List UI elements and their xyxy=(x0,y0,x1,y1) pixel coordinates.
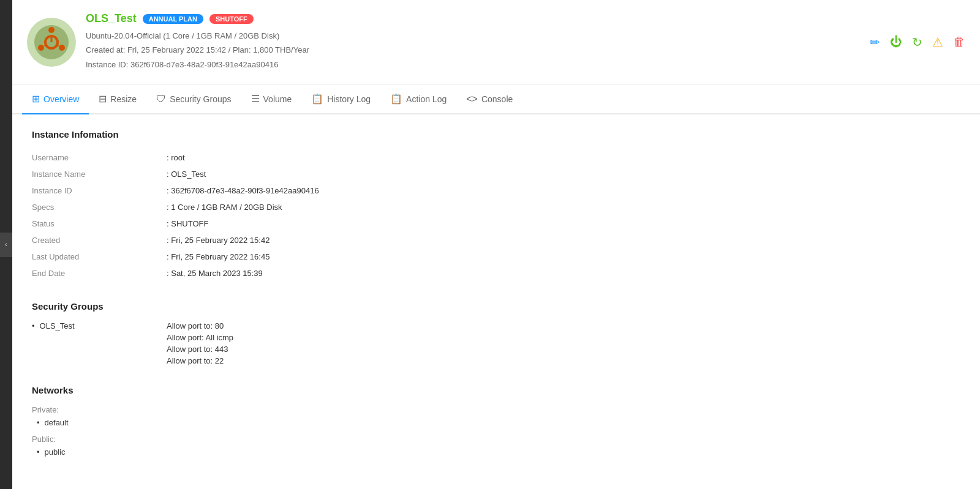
label-username: Username xyxy=(32,153,167,162)
edit-icon[interactable]: ✏ xyxy=(870,35,880,50)
layout: ‹ OLS_Test ANN xyxy=(0,0,980,489)
rule-1: Allow port to: 80 xyxy=(167,321,233,330)
group-name-label: OLS_Test xyxy=(40,321,75,330)
value-last-updated: : Fri, 25 February 2022 16:45 xyxy=(167,252,270,261)
sidebar: ‹ xyxy=(0,0,12,489)
security-group-item: • OLS_Test Allow port to: 80 Allow port:… xyxy=(32,321,960,365)
label-status: Status xyxy=(32,219,167,228)
tab-volume-label: Volume xyxy=(263,94,292,104)
info-row-instance-id: Instance ID : 362f6708-d7e3-48a2-90f3-91… xyxy=(32,182,960,199)
label-specs: Specs xyxy=(32,203,167,212)
public-label: Public: xyxy=(32,435,960,444)
tab-history-log[interactable]: 📋 History Log xyxy=(301,84,380,114)
tab-overview-label: Overview xyxy=(43,94,79,104)
svg-line-6 xyxy=(57,45,59,46)
network-item-default: • default xyxy=(32,418,960,427)
tab-security-label: Security Groups xyxy=(170,94,231,104)
tab-volume[interactable]: ☰ Volume xyxy=(241,84,302,114)
instance-info-title: Instance Infomation xyxy=(32,129,960,140)
info-row-specs: Specs : 1 Core / 1GB RAM / 20GB Disk xyxy=(32,199,960,215)
rule-4: Allow port to: 22 xyxy=(167,356,233,365)
avatar xyxy=(27,18,76,67)
instance-header: OLS_Test ANNUAL PLAN SHUTOFF Ubuntu-20.0… xyxy=(12,0,980,84)
ubuntu-logo xyxy=(33,24,70,61)
shutoff-badge: SHUTOFF xyxy=(209,14,254,24)
label-instance-id: Instance ID xyxy=(32,186,167,195)
value-instance-id: : 362f6708-d7e3-48a2-90f3-91e42aa90416 xyxy=(167,186,319,195)
nav-tabs: ⊞ Overview ⊟ Resize 🛡 Security Groups ☰ … xyxy=(12,84,980,114)
content-area: Instance Infomation Username : root Inst… xyxy=(12,114,980,489)
security-groups-title: Security Groups xyxy=(32,301,960,312)
tab-action-log[interactable]: 📋 Action Log xyxy=(380,84,456,114)
header-title-row: OLS_Test ANNUAL PLAN SHUTOFF xyxy=(86,12,870,25)
info-row-last-updated: Last Updated : Fri, 25 February 2022 16:… xyxy=(32,248,960,265)
bullet-public: • xyxy=(37,447,40,457)
tab-history-label: History Log xyxy=(327,94,371,104)
header-actions: ✏ ⏻ ↻ ⚠ 🗑 xyxy=(870,35,965,50)
power-icon[interactable]: ⏻ xyxy=(890,35,902,49)
security-tab-icon: 🛡 xyxy=(156,94,166,105)
console-tab-icon: <> xyxy=(466,94,478,105)
refresh-icon[interactable]: ↻ xyxy=(912,35,922,50)
network-item-public: • public xyxy=(32,447,960,457)
rule-3: Allow port to: 443 xyxy=(167,345,233,354)
instance-name: OLS_Test xyxy=(86,12,137,25)
resize-tab-icon: ⊟ xyxy=(99,93,107,105)
svg-point-3 xyxy=(59,45,65,51)
security-groups-section: Security Groups • OLS_Test Allow port to… xyxy=(32,301,960,365)
instance-info-section: Instance Infomation Username : root Inst… xyxy=(32,129,960,282)
bullet-private: • xyxy=(37,418,40,427)
delete-icon[interactable]: 🗑 xyxy=(953,35,965,49)
volume-tab-icon: ☰ xyxy=(251,93,260,105)
svg-point-4 xyxy=(38,45,44,51)
tab-resize[interactable]: ⊟ Resize xyxy=(89,84,146,114)
tab-console[interactable]: <> Console xyxy=(456,85,522,114)
label-created: Created xyxy=(32,236,167,245)
rule-2: Allow port: All icmp xyxy=(167,333,233,342)
header-meta: Ubuntu-20.04-Official (1 Core / 1GB RAM … xyxy=(86,29,870,72)
sidebar-toggle[interactable]: ‹ xyxy=(0,233,12,257)
warning-icon[interactable]: ⚠ xyxy=(932,35,943,50)
networks-section: Networks Private: • default Public: • pu… xyxy=(32,385,960,457)
info-row-end-date: End Date : Sat, 25 March 2023 15:39 xyxy=(32,265,960,282)
tab-resize-label: Resize xyxy=(110,94,137,104)
security-group-name: • OLS_Test xyxy=(32,321,167,365)
info-row-instance-name: Instance Name : OLS_Test xyxy=(32,166,960,182)
header-info: OLS_Test ANNUAL PLAN SHUTOFF Ubuntu-20.0… xyxy=(86,12,870,72)
meta-line3: Instance ID: 362f6708-d7e3-48a2-90f3-91e… xyxy=(86,58,870,72)
overview-tab-icon: ⊞ xyxy=(32,93,40,105)
svg-point-2 xyxy=(48,27,55,33)
info-row-username: Username : root xyxy=(32,149,960,166)
history-tab-icon: 📋 xyxy=(311,93,323,105)
main-content: OLS_Test ANNUAL PLAN SHUTOFF Ubuntu-20.0… xyxy=(12,0,980,489)
info-row-status: Status : SHUTOFF xyxy=(32,215,960,232)
bullet-icon: • xyxy=(32,321,35,330)
value-instance-name: : OLS_Test xyxy=(167,170,206,179)
label-instance-name: Instance Name xyxy=(32,170,167,179)
tab-overview[interactable]: ⊞ Overview xyxy=(22,84,89,114)
meta-line1: Ubuntu-20.04-Official (1 Core / 1GB RAM … xyxy=(86,29,870,43)
value-specs: : 1 Core / 1GB RAM / 20GB Disk xyxy=(167,203,282,212)
annual-plan-badge: ANNUAL PLAN xyxy=(143,14,203,24)
tab-action-label: Action Log xyxy=(406,94,447,104)
private-network-group: Private: • default xyxy=(32,405,960,427)
info-row-created: Created : Fri, 25 February 2022 15:42 xyxy=(32,232,960,248)
private-network-name: default xyxy=(45,418,69,427)
meta-line2: Created at: Fri, 25 February 2022 15:42 … xyxy=(86,43,870,57)
public-network-group: Public: • public xyxy=(32,435,960,457)
value-end-date: : Sat, 25 March 2023 15:39 xyxy=(167,269,263,278)
action-tab-icon: 📋 xyxy=(390,93,402,105)
tab-security-groups[interactable]: 🛡 Security Groups xyxy=(146,85,241,114)
instance-info-table: Username : root Instance Name : OLS_Test… xyxy=(32,149,960,282)
label-last-updated: Last Updated xyxy=(32,252,167,261)
tab-console-label: Console xyxy=(481,94,513,104)
label-end-date: End Date xyxy=(32,269,167,278)
svg-line-7 xyxy=(44,45,46,46)
value-username: : root xyxy=(167,153,185,162)
networks-title: Networks xyxy=(32,385,960,395)
security-rules: Allow port to: 80 Allow port: All icmp A… xyxy=(167,321,233,365)
public-network-name: public xyxy=(45,447,66,457)
value-status: : SHUTOFF xyxy=(167,219,208,228)
private-label: Private: xyxy=(32,405,960,414)
value-created: : Fri, 25 February 2022 15:42 xyxy=(167,236,270,245)
